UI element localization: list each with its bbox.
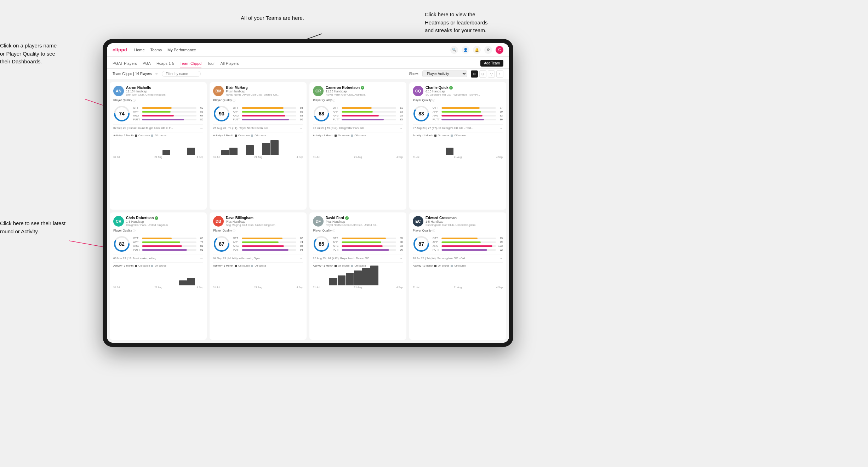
player-avatar[interactable]: BM xyxy=(213,86,224,96)
stat-bar-fill-app xyxy=(441,111,481,113)
player-card: EC Edward Crossman 1-5 Handicap Sunningd… xyxy=(409,212,506,340)
grid-2-view-button[interactable]: ⊟ xyxy=(479,70,486,78)
stat-bar-bg-app xyxy=(242,241,296,243)
stat-putt: PUTT 92 xyxy=(433,248,503,251)
activity-header: Activity · 1 Month On course Off course xyxy=(413,134,503,137)
quality-number: 93 xyxy=(219,111,224,116)
filter-button[interactable]: ▽ xyxy=(488,70,495,78)
team-label: Team Clippd | 14 Players xyxy=(113,72,152,76)
nav-my-performance[interactable]: My Performance xyxy=(167,48,196,52)
player-avatar[interactable]: CQ xyxy=(413,86,423,96)
quality-label: Player Quality ⓘ xyxy=(213,229,303,233)
user-avatar-icon[interactable]: C xyxy=(496,46,503,54)
player-name[interactable]: Dave Billingham xyxy=(226,216,303,220)
chart-label-0: 31 Jul xyxy=(213,156,220,158)
chart-bar xyxy=(187,148,195,155)
on-course-legend: On course xyxy=(338,134,349,137)
stat-label-ott: OTT xyxy=(333,237,341,240)
quality-section: 87 OTT 82 APP 74 ARG xyxy=(213,235,303,252)
player-card: CR Chris Robertson ✓ 1-5 Handicap Craigm… xyxy=(110,212,207,340)
player-handicap: 11:15 Handicap xyxy=(326,90,403,93)
stat-bar-fill-ott xyxy=(441,238,478,239)
avatar-image: BM xyxy=(213,86,224,96)
player-name[interactable]: Blair McHarg xyxy=(226,86,303,90)
quality-circle[interactable]: 82 xyxy=(113,235,130,252)
stat-putt: PUTT 85 xyxy=(333,118,403,121)
latest-round[interactable]: 07 Aug 23 | 77 (+7), St George's Hill GC… xyxy=(413,124,503,130)
stat-bar-fill-ott xyxy=(441,107,480,109)
latest-round[interactable]: 04 Sep 23 | Mobility with coach, Gym → xyxy=(213,255,303,260)
grid-view-button[interactable]: ⊞ xyxy=(471,70,478,78)
player-avatar[interactable]: DF xyxy=(313,216,324,227)
stat-bar-bg-ott xyxy=(441,107,496,109)
stat-value-putt: 91 xyxy=(198,248,203,251)
on-course-dot xyxy=(135,135,137,137)
player-header: DF David Ford ✓ Plus Handicap Royal Nort… xyxy=(313,216,403,227)
player-avatar[interactable]: CR xyxy=(313,86,324,96)
nav-teams[interactable]: Teams xyxy=(150,48,162,52)
player-avatar[interactable]: CR xyxy=(113,216,124,227)
latest-round[interactable]: 02 Jul 23 | 59 (+17), Craigmillar Park G… xyxy=(313,124,403,130)
latest-round[interactable]: 02 Sep 23 | Sunset round to get back int… xyxy=(113,124,203,130)
off-course-dot xyxy=(251,135,253,137)
quality-circle[interactable]: 74 xyxy=(113,105,130,122)
latest-round[interactable]: 26 Aug 23 | 73 (+1), Royal North Devon G… xyxy=(213,124,303,130)
tab-all-players[interactable]: All Players xyxy=(221,61,239,68)
sort-button[interactable]: ↕ xyxy=(496,70,503,78)
avatar-image: CR xyxy=(313,86,324,96)
player-header: DB Dave Billingham Plus Handicap Sag Mag… xyxy=(213,216,303,227)
stat-bar-fill-ott xyxy=(142,107,172,109)
nav-links: Home Teams My Performance xyxy=(134,48,196,52)
player-name[interactable]: Charlie Quick ✓ xyxy=(426,86,503,90)
quality-label: Player Quality ⓘ xyxy=(313,229,403,233)
stat-value-ott: 73 xyxy=(497,237,503,240)
tab-pga[interactable]: PGA xyxy=(143,61,151,68)
player-card: DB Dave Billingham Plus Handicap Sag Mag… xyxy=(210,212,307,340)
player-avatar[interactable]: EC xyxy=(413,216,423,227)
latest-round[interactable]: 03 Mar 23 | 19, Must make putting → xyxy=(113,255,203,260)
player-club: Sag Maging Golf Club, United Kingdom xyxy=(226,223,303,227)
tab-pgat-players[interactable]: PGAT Players xyxy=(113,61,137,68)
stat-arg: ARG 83 xyxy=(433,114,503,117)
latest-round[interactable]: 26 Aug 23 | 84 (+12), Royal North Devon … xyxy=(313,255,403,260)
player-name[interactable]: Aaron Nicholls xyxy=(126,86,203,90)
player-name[interactable]: Edward Crossman xyxy=(426,216,503,220)
on-course-legend: On course xyxy=(338,264,349,267)
chart-bar xyxy=(246,145,254,155)
quality-circle[interactable]: 87 xyxy=(213,235,230,252)
player-name[interactable]: Chris Robertson ✓ xyxy=(126,216,203,220)
stat-ott: OTT 60 xyxy=(133,237,203,240)
quality-circle[interactable]: 87 xyxy=(413,235,430,252)
add-team-button[interactable]: Add Team xyxy=(480,60,503,67)
chart-label-1: 21 Aug xyxy=(154,286,162,289)
quality-circle[interactable]: 83 xyxy=(413,105,430,122)
latest-round[interactable]: 18 Jul 23 | 74 (+4), Sunningdale GC - Ol… xyxy=(413,255,503,260)
quality-circle[interactable]: 93 xyxy=(213,105,230,122)
player-header: CR Chris Robertson ✓ 1-5 Handicap Craigm… xyxy=(113,216,203,227)
search-icon[interactable]: 🔍 xyxy=(450,46,458,54)
edit-icon[interactable]: ✏ xyxy=(155,72,158,76)
show-dropdown[interactable]: Player Activity Quality Score Trend xyxy=(422,70,467,77)
player-name[interactable]: David Ford ✓ xyxy=(326,216,403,220)
player-info: Blair McHarg Plus Handicap Royal North D… xyxy=(226,86,303,96)
quality-circle[interactable]: 85 xyxy=(313,235,330,252)
stat-bar-fill-ott xyxy=(142,238,172,239)
stat-label-app: APP xyxy=(233,240,241,244)
tab-hcaps[interactable]: Hcaps 1-5 xyxy=(156,61,174,68)
activity-section: Activity · 1 Month On course Off course … xyxy=(413,132,503,158)
settings-icon[interactable]: ⚙ xyxy=(484,46,492,54)
activity-title: Activity · 1 Month xyxy=(413,264,433,267)
tab-tour[interactable]: Tour xyxy=(207,61,215,68)
player-name[interactable]: Cameron Robertson ✓ xyxy=(326,86,403,90)
player-avatar[interactable]: DB xyxy=(213,216,224,227)
search-input[interactable] xyxy=(162,71,201,77)
stat-bar-bg-putt xyxy=(441,249,496,251)
nav-home[interactable]: Home xyxy=(134,48,144,52)
tab-team-clippd[interactable]: Team Clippd xyxy=(180,61,201,68)
bell-icon[interactable]: 🔔 xyxy=(473,46,481,54)
profile-icon[interactable]: 👤 xyxy=(462,46,469,54)
player-avatar[interactable]: AN xyxy=(113,86,124,96)
stat-bar-bg-app xyxy=(441,241,496,243)
stat-bar-bg-ott xyxy=(142,238,196,239)
quality-circle[interactable]: 68 xyxy=(313,105,330,122)
